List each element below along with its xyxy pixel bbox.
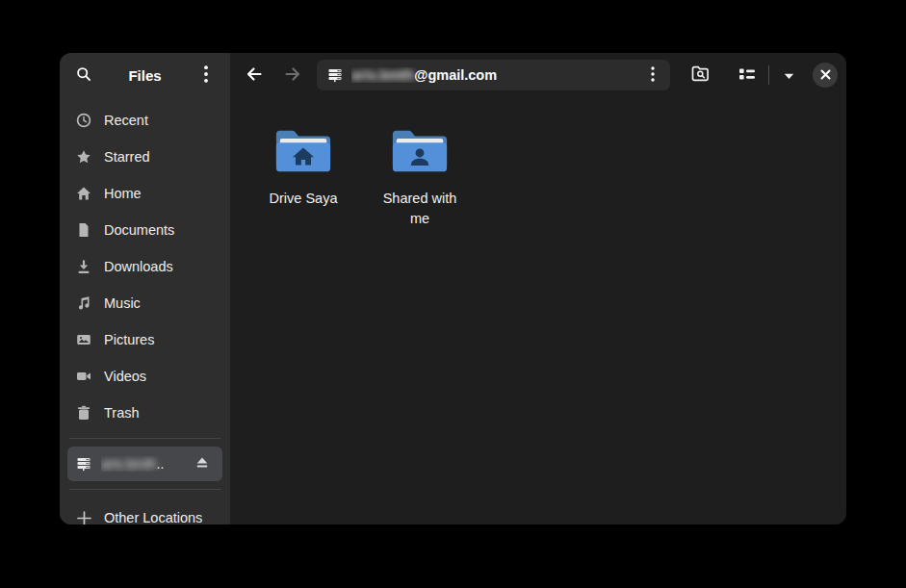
location-menu-button[interactable] xyxy=(641,64,664,87)
home-icon xyxy=(76,186,91,201)
file-grid: Drive Saya Shared with me xyxy=(230,97,846,524)
sidebar-item-label: Music xyxy=(104,295,141,311)
view-options-dropdown[interactable] xyxy=(776,60,801,90)
account-name-blurred: aris.bmth xyxy=(351,67,414,83)
sidebar-item-home[interactable]: Home xyxy=(67,176,222,211)
sidebar-divider xyxy=(69,489,220,490)
sidebar-item-label: Trash xyxy=(104,405,140,421)
folder-home-icon xyxy=(273,126,333,180)
folder-search-icon xyxy=(691,65,710,85)
folder-shared-icon xyxy=(390,126,450,180)
sidebar-item-other-locations[interactable]: Other Locations xyxy=(67,500,222,524)
music-note-icon xyxy=(76,295,91,311)
sidebar-item-label: Documents xyxy=(104,222,174,238)
toolbar-separator xyxy=(768,65,769,85)
arrow-left-icon xyxy=(246,66,263,85)
folder-shared-with-me[interactable]: Shared with me xyxy=(368,122,472,235)
sidebar-item-label: Starred xyxy=(104,149,150,165)
video-camera-icon xyxy=(76,369,91,384)
back-button[interactable] xyxy=(239,60,270,90)
kebab-menu-icon xyxy=(651,66,655,85)
sidebar-item-label: Downloads xyxy=(104,259,173,274)
sidebar-item-videos[interactable]: Videos xyxy=(67,359,222,394)
folder-name: Drive Saya xyxy=(270,189,338,209)
account-domain: @gmail.com xyxy=(414,67,497,83)
sidebar-item-label: Other Locations xyxy=(104,510,202,524)
account-name-blurred: aris.bmth xyxy=(101,456,157,472)
sidebar-menu-button[interactable] xyxy=(192,61,220,89)
download-icon xyxy=(76,259,91,274)
sidebar-item-label: Recent xyxy=(104,113,148,128)
sidebar-item-recent[interactable]: Recent xyxy=(67,103,222,138)
account-name-truncation: .. xyxy=(157,456,165,472)
sidebar-item-label: Videos xyxy=(104,369,146,384)
sidebar-item-trash[interactable]: Trash xyxy=(67,396,222,430)
sidebar-item-pictures[interactable]: Pictures xyxy=(67,322,222,357)
folder-name: Shared with me xyxy=(372,189,468,229)
network-server-icon xyxy=(76,456,91,472)
plus-icon xyxy=(76,510,91,524)
headerbar: aris.bmth@gmail.com xyxy=(230,53,846,97)
sidebar-item-label: Pictures xyxy=(104,332,154,347)
network-server-icon xyxy=(327,67,343,83)
search-folder-button[interactable] xyxy=(685,60,715,90)
app-title: Files xyxy=(98,67,192,84)
sidebar-header: Files xyxy=(60,53,230,97)
arrow-right-icon xyxy=(284,66,301,85)
main-pane: aris.bmth@gmail.com xyxy=(230,53,846,524)
sidebar-item-music[interactable]: Music xyxy=(67,286,222,320)
sidebar-item-gdrive-account[interactable]: aris.bmth.. xyxy=(67,447,222,481)
list-view-icon xyxy=(738,67,756,84)
sidebar-item-documents[interactable]: Documents xyxy=(67,213,222,247)
sidebar: Files Recent Starred xyxy=(60,53,230,524)
star-icon xyxy=(76,149,91,165)
sidebar-nav: Recent Starred Home Documents xyxy=(60,97,230,524)
search-button[interactable] xyxy=(69,61,98,89)
pathbar[interactable]: aris.bmth@gmail.com xyxy=(317,60,670,90)
files-window: Files Recent Starred xyxy=(60,53,846,524)
window-close-button[interactable] xyxy=(813,63,838,88)
search-icon xyxy=(76,66,91,85)
folder-drive-saya[interactable]: Drive Saya xyxy=(251,122,355,215)
eject-icon xyxy=(195,457,209,472)
sidebar-divider xyxy=(69,438,220,439)
view-toggle-button[interactable] xyxy=(733,60,762,90)
trash-icon xyxy=(76,405,91,421)
sidebar-item-starred[interactable]: Starred xyxy=(67,140,222,174)
current-location: aris.bmth@gmail.com xyxy=(351,67,633,83)
sidebar-item-downloads[interactable]: Downloads xyxy=(67,249,222,284)
account-name: aris.bmth.. xyxy=(101,456,181,472)
document-icon xyxy=(76,222,91,238)
eject-button[interactable] xyxy=(191,452,214,475)
chevron-down-icon xyxy=(784,68,794,83)
kebab-menu-icon xyxy=(204,65,208,86)
close-icon xyxy=(820,68,831,83)
forward-button[interactable] xyxy=(277,60,308,90)
image-icon xyxy=(76,332,91,347)
clock-icon xyxy=(76,113,91,128)
sidebar-item-label: Home xyxy=(104,186,142,201)
